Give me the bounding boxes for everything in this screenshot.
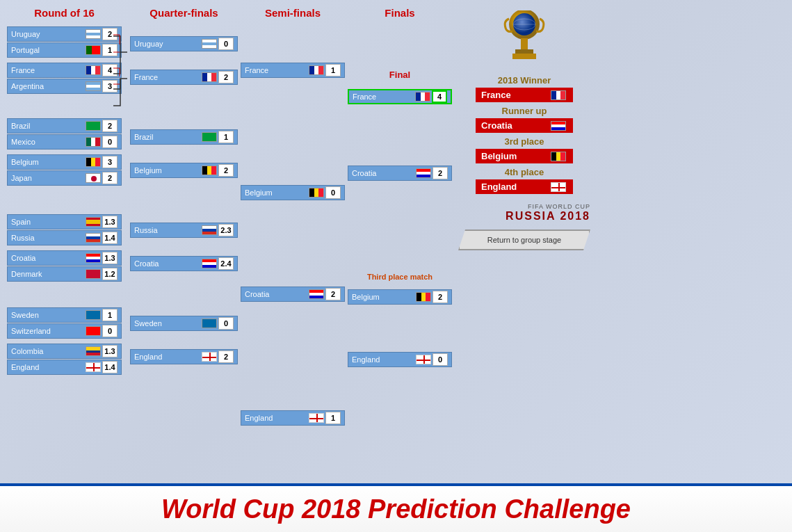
- svg-rect-5: [515, 49, 533, 54]
- sf-team-england: England 1: [241, 410, 345, 426]
- winner-team-name: France: [481, 90, 511, 100]
- final-label-text: Final: [348, 68, 452, 81]
- fourth-team-name: England: [481, 182, 517, 192]
- qf-header: Quarter-finals: [130, 7, 238, 21]
- flag-japan: [86, 173, 101, 183]
- r16-match-2: France 4 Argentina 3: [7, 63, 122, 94]
- flag-croatia-r16: [86, 253, 101, 263]
- qf-team-russia: Russia 2.3: [130, 223, 238, 238]
- flag-france-r16: [86, 65, 101, 75]
- flag-russia-qf: [202, 225, 217, 235]
- r16-team-russia: Russia 1.4: [7, 230, 122, 245]
- r16-team-portugal: Portugal 1: [7, 42, 122, 58]
- sf-match-2b: England 1: [241, 410, 345, 426]
- finals-column: Finals Final France 4: [348, 7, 452, 480]
- r16-header: Round of 16: [7, 7, 122, 21]
- sf-header: Semi-finals: [241, 7, 345, 21]
- r16-team-spain: Spain 1.3: [7, 214, 122, 229]
- r16-column: Round of 16 Uruguay 2 Portugal 1: [7, 7, 122, 480]
- third-place-label: Third place match: [348, 270, 452, 282]
- qf-column: Quarter-finals Uruguay 0 France: [130, 7, 238, 480]
- flag-france-result: [551, 90, 566, 100]
- fourth-place-row: England: [476, 179, 573, 194]
- flag-france-qf: [202, 72, 217, 82]
- r16-to-qf-lines: [124, 26, 130, 499]
- fourth-place-label: 4th place: [505, 167, 544, 177]
- flag-belgium-3rd: [416, 292, 431, 302]
- winner-row: France: [476, 88, 573, 102]
- sf-match-2: Croatia 2: [241, 287, 345, 302]
- r16-match-3: Brazil 2 Mexico 0: [7, 118, 122, 150]
- flag-england-3rd: [416, 355, 431, 364]
- flag-belgium-result: [551, 152, 566, 161]
- qf-team-sweden: Sweden 0: [130, 316, 238, 331]
- r16-match-4: Belgium 3 Japan 2: [7, 154, 122, 186]
- flag-uruguay-qf: [202, 39, 217, 49]
- russia-2018-title: RUSSIA 2018: [458, 210, 590, 223]
- r16-team-colombia: Colombia 1.3: [7, 344, 122, 359]
- qf-match-4: Sweden 0: [130, 316, 238, 331]
- third-team-belgium: Belgium 2: [348, 289, 452, 305]
- qf-match-1b: France 2: [130, 70, 238, 85]
- final-croatia-entry: Croatia 2: [348, 166, 452, 181]
- flag-france-final: [415, 92, 430, 102]
- r16-team-brazil: Brazil 2: [7, 118, 122, 134]
- russia-2018-branding: FIFA WORLD CUP RUSSIA 2018: [458, 203, 590, 223]
- final-team-croatia: Croatia 2: [348, 166, 452, 181]
- r16-match-7: Sweden 1 Switzerland 0: [7, 307, 122, 339]
- r16-team-croatia: Croatia 1.3: [7, 250, 122, 266]
- flag-croatia-final: [416, 168, 431, 178]
- third-team-name: Belgium: [481, 151, 517, 161]
- final-team-france: France 4: [348, 89, 452, 104]
- flag-russia-r16: [86, 233, 101, 243]
- qf-team-uruguay: Uruguay 0: [130, 36, 238, 51]
- flag-switzerland: [86, 326, 101, 336]
- qf-match-4b: England 2: [130, 349, 238, 364]
- r16-match-1: Uruguay 2 Portugal 1: [7, 26, 122, 58]
- third-belgium-entry: Belgium 2: [348, 289, 452, 305]
- qf-match-3b: Croatia 2.4: [130, 256, 238, 271]
- world-cup-trophy-svg: [500, 10, 549, 70]
- runner-up-label: Runner up: [502, 106, 547, 116]
- qf-team-england: England 2: [130, 349, 238, 364]
- runner-up-team-name: Croatia: [481, 120, 512, 131]
- qf-team-croatia: Croatia 2.4: [130, 256, 238, 271]
- flag-sweden: [86, 310, 101, 320]
- flag-brazil: [86, 121, 101, 131]
- svg-rect-6: [512, 54, 536, 59]
- sf-match-1b: Belgium 0: [241, 185, 345, 200]
- flag-croatia-sf: [309, 289, 324, 299]
- main-container: Round of 16 Uruguay 2 Portugal 1: [0, 0, 792, 532]
- r16-team-belgium: Belgium 3: [7, 154, 122, 170]
- winner-label: 2018 Winner: [498, 75, 551, 86]
- final-france-entry: France 4: [348, 89, 452, 104]
- flag-england-result: [551, 182, 566, 192]
- flag-england-sf: [309, 413, 324, 423]
- r16-team-argentina: Argentina 3: [7, 79, 122, 94]
- r16-team-sweden: Sweden 1: [7, 307, 122, 323]
- flag-croatia-qf: [202, 259, 217, 268]
- flag-england-qf: [202, 352, 217, 362]
- qf-team-belgium: Belgium 2: [130, 163, 238, 178]
- r16-team-denmark: Denmark 1.2: [7, 266, 122, 282]
- footer: World Cup 2018 Prediction Challenge: [0, 483, 792, 532]
- flag-france-sf: [309, 65, 324, 75]
- flag-brazil-qf: [202, 132, 217, 142]
- return-to-group-stage-button[interactable]: Return to group stage: [458, 229, 590, 250]
- flag-spain: [86, 217, 101, 227]
- fifa-logo-area: [500, 10, 549, 72]
- r16-team-france: France 4: [7, 63, 122, 78]
- sf-team-france: France 1: [241, 63, 345, 78]
- flag-argentina: [86, 81, 101, 91]
- bracket-content: Round of 16 Uruguay 2 Portugal 1: [7, 7, 785, 480]
- finals-header: Finals: [348, 7, 452, 21]
- flag-belgium-sf: [309, 188, 324, 198]
- footer-title: World Cup 2018 Prediction Challenge: [161, 494, 631, 524]
- bracket-area: Round of 16 Uruguay 2 Portugal 1: [0, 0, 792, 483]
- r16-team-uruguay: Uruguay 2: [7, 26, 122, 42]
- qf-match-2: Brazil 1: [130, 129, 238, 145]
- flag-mexico: [86, 137, 101, 147]
- flag-belgium-qf: [202, 166, 217, 175]
- qf-match-2b: Belgium 2: [130, 163, 238, 178]
- runner-up-row: Croatia: [476, 118, 573, 133]
